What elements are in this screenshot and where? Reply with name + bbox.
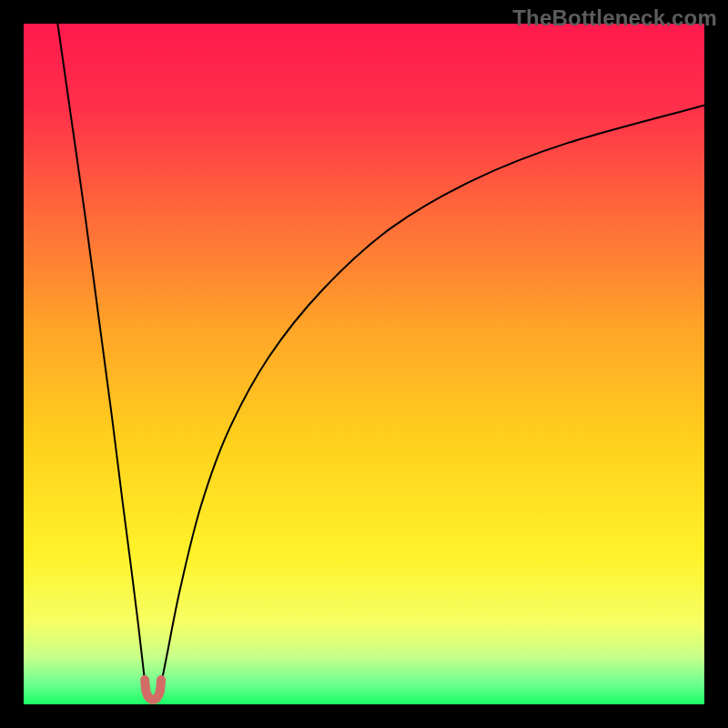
chart-canvas: [0, 0, 728, 728]
bottleneck-chart: TheBottleneck.com: [0, 0, 728, 728]
gradient-background: [24, 24, 704, 704]
